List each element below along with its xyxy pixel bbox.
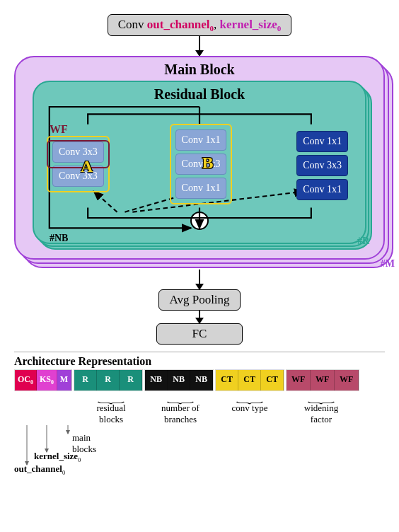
chip-r: R (74, 370, 97, 390)
conv-layer: Conv 3x3 (52, 141, 104, 163)
conv-param-sep: , (214, 18, 220, 31)
branch-a: WF Conv 3x3 Conv 3x3 A (47, 136, 110, 192)
chip-r: R (97, 370, 120, 390)
chip-ct: CT (216, 370, 238, 390)
group-label-residual: residual blocks (96, 403, 125, 425)
chip-nb: NB (190, 370, 213, 390)
chip-ks: KS0 (37, 370, 57, 390)
arrow-icon (199, 36, 200, 56)
brace-icon: ⏟ (308, 394, 335, 401)
wf-label: WF (50, 123, 68, 136)
m-count-label: #M (381, 258, 395, 270)
conv-prefix: Conv (118, 18, 147, 31)
r-count-label: #R (357, 236, 369, 247)
chip-oc: OC0 (15, 370, 37, 390)
branch-b: Conv 1x1 Conv 3x3 Conv 1x1 B (170, 124, 233, 204)
branch-c: Conv 1x1 Conv 3x3 Conv 1x1 (292, 127, 352, 204)
residual-block-title: Residual Block (47, 86, 352, 103)
conv-layer: Conv 3x3 (296, 155, 348, 176)
fc-block: FC (156, 323, 243, 345)
conv-layer: Conv 1x1 (175, 129, 227, 151)
chip-r: R (120, 370, 142, 390)
conv-param-out-channel: out_channel0 (147, 18, 214, 31)
nb-count-label: #NB (50, 233, 68, 244)
arrow-icon (199, 311, 200, 323)
group-label-wf: widening factor (304, 403, 338, 425)
branch-letter-b: B (202, 154, 214, 173)
chip-ct: CT (238, 370, 261, 390)
chip-nb: NB (168, 370, 190, 390)
conv-layer: Conv 3x3 (52, 166, 104, 187)
chip-wf: WF (287, 370, 311, 390)
conv-layer: Conv 1x1 (175, 178, 227, 199)
conv-layer: Conv 1x1 (296, 131, 348, 152)
main-block-stack: Main Block Residual Block (14, 56, 385, 260)
initial-conv-block: Conv out_channel0, kernel_size0 (108, 14, 292, 36)
chip-nb: NB (145, 370, 168, 390)
residual-block: Residual Block (33, 81, 366, 244)
branch-letter-a: A (81, 157, 93, 176)
chip-ct: CT (261, 370, 284, 390)
chip-wf: WF (311, 370, 335, 390)
sum-node: + (190, 212, 209, 230)
leader-kernel-size: kernel_size0 (34, 451, 81, 463)
encoding-chips: OC0 KS0 M R R R NB NB NB CT CT CT WF WF … (14, 369, 385, 391)
chip-m: M (57, 370, 71, 390)
brace-icon: ⏟ (98, 394, 125, 401)
legend-leaders: main blocks kernel_size0 out_channel0 (14, 425, 385, 482)
main-block-title: Main Block (33, 62, 366, 78)
brace-icon: ⏟ (236, 394, 264, 401)
conv-param-kernel-size: kernel_size0 (220, 18, 282, 31)
leader-out-channel: out_channel0 (14, 463, 65, 476)
conv-layer: Conv 3x3 (175, 154, 227, 175)
avg-pooling-block: Avg Pooling (158, 289, 240, 311)
brace-icon: ⏟ (167, 394, 195, 401)
legend-title: Architecture Representation (14, 355, 385, 368)
conv-layer: Conv 1x1 (296, 179, 348, 200)
group-label-branches: number of branches (161, 403, 200, 425)
arrow-icon (199, 270, 200, 289)
chip-wf: WF (335, 370, 359, 390)
